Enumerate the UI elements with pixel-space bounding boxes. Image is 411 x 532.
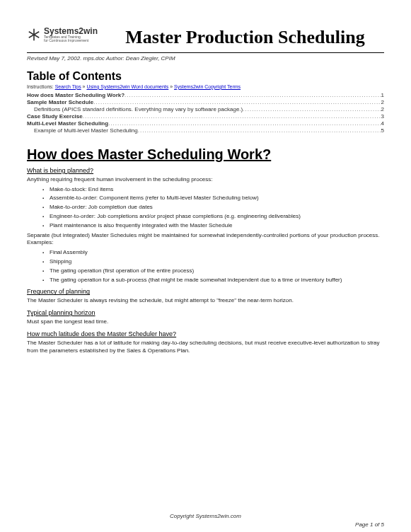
list-item: The gating operation for a sub-process (… (42, 277, 384, 284)
list-item: Assemble-to-order: Component items (refe… (42, 195, 384, 202)
paragraph: Anything requiring frequent human involv… (27, 176, 384, 184)
toc-row[interactable]: How does Master Scheduling Work?1 (27, 92, 384, 98)
subsection-heading: What is being planned? (27, 167, 384, 174)
logo-tagline-2: for Continuous Improvement (44, 39, 98, 42)
toc-label: Definitions (APICS standard definitions.… (27, 106, 243, 112)
toc-label: Case Study Exercise (27, 113, 83, 120)
toc-page: 1 (381, 92, 384, 98)
toc-row[interactable]: Definitions (APICS standard definitions.… (27, 106, 384, 112)
instructions-line: Instructions: Search Tips » Using System… (27, 84, 384, 89)
toc-label: Multi-Level Master Scheduling (27, 120, 108, 127)
toc-row[interactable]: Sample Master Schedule2 (27, 99, 384, 105)
list-item: Plant maintenance is also frequently int… (42, 222, 384, 230)
toc-dots (83, 113, 381, 120)
paragraph: Separate (but integrated) Master Schedul… (27, 232, 384, 248)
list-item: Make-to-stock: End items (42, 186, 384, 194)
toc-label: How does Master Scheduling Work? (27, 92, 125, 98)
toc-row[interactable]: Multi-Level Master Scheduling4 (27, 120, 384, 127)
subsection-heading: How much latitude does the Master Schedu… (27, 330, 384, 337)
revised-line: Revised May 7, 2002. mps.doc Author: Dea… (27, 55, 384, 62)
list-item: Shipping (42, 258, 384, 266)
toc-label: Sample Master Schedule (27, 99, 93, 105)
header: Systems2win Templates and Training for C… (27, 27, 384, 48)
bullet-list: Make-to-stock: End itemsAssemble-to-orde… (27, 186, 384, 230)
toc-page: 2 (381, 106, 384, 112)
asterisk-icon (27, 28, 41, 42)
bullet-list: Final AssemblyShippingThe gating operati… (27, 249, 384, 284)
page-title: Master Production Scheduling (106, 27, 384, 48)
toc-dots (125, 92, 381, 98)
list-item: Engineer-to-order: Job completions and/o… (42, 213, 384, 221)
subsection-heading: Frequency of planning (27, 288, 384, 295)
toc-dots (93, 99, 381, 105)
instructions-prefix: Instructions: (27, 84, 55, 89)
paragraph: Must span the longest lead time. (27, 318, 384, 326)
footer-copyright: Copyright Systems2win.com (0, 513, 411, 519)
subsection-heading: Typical planning horizon (27, 309, 384, 316)
list-item: Final Assembly (42, 249, 384, 257)
link-using-docs[interactable]: Using Systems2win Word documents (86, 84, 168, 89)
list-item: The gating operation (first operation of… (42, 267, 384, 275)
toc-row[interactable]: Example of Multi-level Master Scheduling… (27, 127, 384, 134)
toc-label: Example of Multi-level Master Scheduling (27, 127, 138, 134)
page-number: Page 1 of 5 (355, 521, 384, 528)
paragraph: The Master Scheduler has a lot of latitu… (27, 340, 384, 355)
link-search-tips[interactable]: Search Tips (55, 84, 81, 89)
toc-page: 2 (381, 99, 384, 105)
section-heading: How does Master Scheduling Work? (27, 146, 384, 163)
table-of-contents: How does Master Scheduling Work?1Sample … (27, 92, 384, 134)
toc-dots (243, 106, 381, 112)
toc-page: 5 (381, 127, 384, 134)
toc-heading: Table of Contents (27, 70, 384, 83)
toc-dots (138, 127, 381, 134)
toc-page: 4 (381, 120, 384, 127)
list-item: Make-to-order: Job completion due dates (42, 204, 384, 212)
logo: Systems2win Templates and Training for C… (27, 27, 98, 42)
link-copyright[interactable]: Systems2win Copyright Terms (174, 84, 241, 89)
divider (27, 52, 384, 53)
toc-row[interactable]: Case Study Exercise3 (27, 113, 384, 120)
toc-page: 3 (381, 113, 384, 120)
toc-dots (108, 120, 381, 127)
paragraph: The Master Scheduler is always revising … (27, 297, 384, 305)
